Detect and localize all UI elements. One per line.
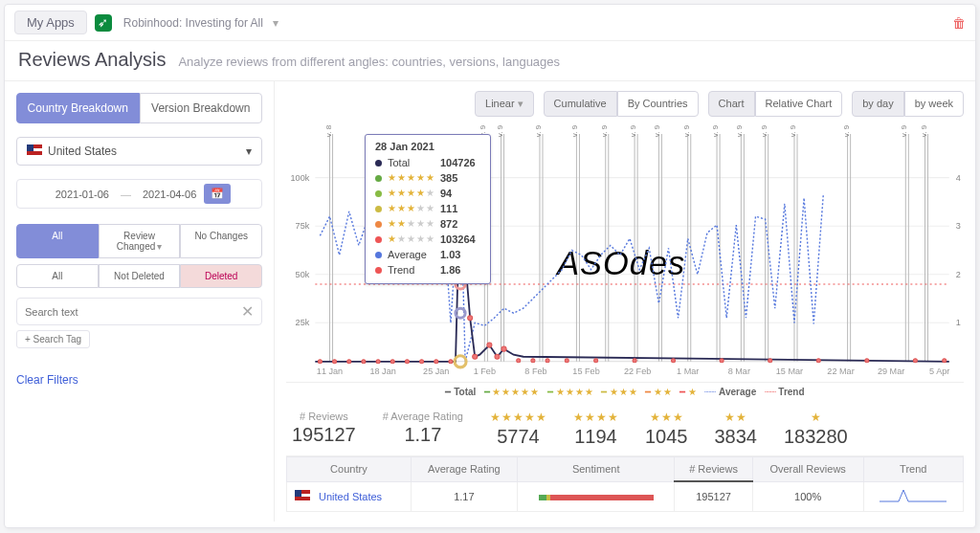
filter-deleted-on[interactable]: Deleted [180, 264, 262, 288]
svg-text:29 Mar: 29 Mar [878, 366, 904, 376]
svg-point-81 [546, 359, 549, 363]
stat-3star: ★★★1045 [645, 411, 688, 448]
btn-cumulative[interactable]: Cumulative [544, 91, 617, 117]
svg-text:25k: 25k [296, 318, 310, 327]
svg-text:1: 1 [956, 318, 961, 327]
btn-chart[interactable]: Chart [708, 91, 755, 117]
svg-point-79 [517, 359, 521, 363]
svg-point-67 [376, 360, 380, 364]
country-select[interactable]: United States ▾ [16, 137, 262, 166]
search-input[interactable] [25, 306, 241, 318]
svg-point-64 [333, 360, 337, 364]
svg-point-88 [816, 359, 820, 363]
svg-point-84 [633, 359, 636, 363]
svg-point-80 [531, 359, 535, 363]
svg-text:2: 2 [956, 270, 961, 279]
svg-text:v. 9.4.0 (2021-03-05): v. 9.4.0 (2021-03-05) [711, 124, 720, 137]
date-to[interactable]: 2021-04-06 [135, 185, 204, 204]
app-icon: ➶ [95, 14, 112, 32]
svg-text:v. 9.3.0 (2021-02-25): v. 9.3.0 (2021-02-25) [653, 124, 661, 137]
svg-text:22 Feb: 22 Feb [624, 366, 651, 376]
breakdown-tabs: Country Breakdown Version Breakdown [16, 93, 262, 123]
svg-text:15 Feb: 15 Feb [572, 366, 599, 376]
trend-sparkline [880, 488, 947, 503]
svg-text:v. 9.6.0 (2021-03-11): v. 9.6.0 (2021-03-11) [760, 124, 768, 137]
svg-point-68 [390, 360, 394, 364]
btn-relative-chart[interactable]: Relative Chart [755, 91, 843, 117]
th-overall[interactable]: Overall Reviews [752, 457, 863, 482]
filter-all-2[interactable]: All [16, 264, 99, 288]
svg-text:11 Jan: 11 Jan [317, 366, 343, 376]
th-avg[interactable]: Average Rating [411, 457, 517, 482]
svg-text:50k: 50k [296, 270, 310, 279]
svg-text:100k: 100k [291, 173, 310, 183]
th-reviews[interactable]: # Reviews [675, 457, 752, 482]
stat-4star: ★★★★1194 [573, 411, 618, 448]
svg-point-85 [672, 359, 676, 363]
app-name: Robinhood: Investing for All [123, 16, 263, 30]
topbar: My Apps ➶ Robinhood: Investing for All ▾… [5, 5, 975, 41]
chart-area[interactable]: 100k 75k 50k 25k 4 3 2 1 [286, 124, 964, 383]
svg-text:v. 9.2.0 (2021-02-18): v. 9.2.0 (2021-02-18) [600, 124, 609, 137]
clear-icon[interactable]: ✕ [241, 302, 254, 321]
clear-filters[interactable]: Clear Filters [16, 373, 78, 387]
chevron-down-icon[interactable]: ▾ [273, 16, 278, 30]
th-sentiment[interactable]: Sentiment [517, 457, 674, 482]
summary-stats: # Reviews195127 # Average Rating1.17 ★★★… [286, 401, 964, 456]
page-title: Reviews Analysis [18, 49, 167, 71]
svg-point-70 [420, 360, 424, 364]
flag-icon [295, 490, 310, 500]
svg-text:22 Mar: 22 Mar [827, 366, 854, 376]
filter-no-changes[interactable]: No Changes [180, 224, 262, 258]
svg-text:v. 9.7.0 (2021-03-22): v. 9.7.0 (2021-03-22) [842, 124, 851, 137]
page-subtitle: Analyze reviews from different angles: c… [178, 55, 560, 69]
calendar-icon[interactable]: 📅 [204, 184, 231, 204]
btn-by-day[interactable]: by day [852, 91, 903, 117]
svg-point-63 [318, 360, 322, 364]
btn-linear[interactable]: Linear▾ [475, 91, 534, 117]
svg-text:8 Mar: 8 Mar [728, 366, 750, 376]
th-trend[interactable]: Trend [863, 457, 963, 482]
main-panel: Linear▾ Cumulative By Countries Chart Re… [275, 81, 975, 522]
svg-text:3: 3 [956, 221, 961, 231]
filter-review-changed[interactable]: Review Changed▾ [99, 224, 181, 258]
svg-text:v. 9.1.1 (2021-02-14): v. 9.1.1 (2021-02-14) [570, 124, 579, 137]
date-range: 2021-01-06 — 2021-04-06 📅 [16, 179, 262, 209]
svg-point-82 [565, 359, 568, 363]
svg-point-83 [594, 359, 598, 363]
svg-text:v. 9.6.1 (2021-03-15): v. 9.6.1 (2021-03-15) [789, 124, 797, 137]
tooltip-date: 28 Jan 2021 [375, 141, 480, 152]
svg-point-76 [487, 343, 492, 347]
svg-text:1 Feb: 1 Feb [474, 366, 496, 376]
country-table: Country Average Rating Sentiment # Revie… [286, 456, 964, 512]
svg-point-77 [495, 354, 500, 359]
svg-point-86 [720, 359, 724, 363]
my-apps-button[interactable]: My Apps [14, 11, 87, 34]
filter-changes: All Review Changed▾ No Changes [16, 224, 262, 258]
svg-point-90 [913, 359, 917, 363]
filter-not-deleted[interactable]: Not Deleted [99, 264, 181, 288]
svg-text:8 Feb: 8 Feb [524, 366, 546, 376]
search-box[interactable]: ✕ [16, 298, 262, 325]
svg-text:v. 8.60.0 (2021-01-11): v. 8.60.0 (2021-01-11) [324, 124, 333, 137]
tab-version-breakdown[interactable]: Version Breakdown [140, 93, 263, 123]
svg-text:v. 9.0.2 (2021-02-03): v. 9.0.2 (2021-02-03) [496, 124, 504, 137]
filter-all-1[interactable]: All [16, 224, 99, 258]
svg-text:18 Jan: 18 Jan [369, 366, 395, 376]
table-row[interactable]: United States 1.17 195127 100% [287, 481, 964, 511]
svg-point-91 [943, 359, 947, 363]
trash-icon[interactable]: 🗑 [952, 15, 966, 31]
th-country[interactable]: Country [287, 457, 412, 482]
svg-point-87 [768, 359, 772, 363]
page-header: Reviews Analysis Analyze reviews from di… [5, 41, 975, 81]
svg-text:25 Jan: 25 Jan [423, 366, 449, 376]
app-breadcrumb[interactable]: ➶ Robinhood: Investing for All ▾ [95, 14, 945, 32]
add-search-tag[interactable]: + Search Tag [16, 330, 90, 348]
filter-deleted: All Not Deleted Deleted [16, 264, 262, 288]
date-from[interactable]: 2021-01-06 [48, 185, 117, 204]
btn-by-countries[interactable]: By Countries [617, 91, 699, 117]
stat-1star: ★183280 [784, 411, 848, 448]
svg-point-78 [501, 346, 506, 351]
btn-by-week[interactable]: by week [904, 91, 964, 117]
tab-country-breakdown[interactable]: Country Breakdown [16, 93, 140, 123]
